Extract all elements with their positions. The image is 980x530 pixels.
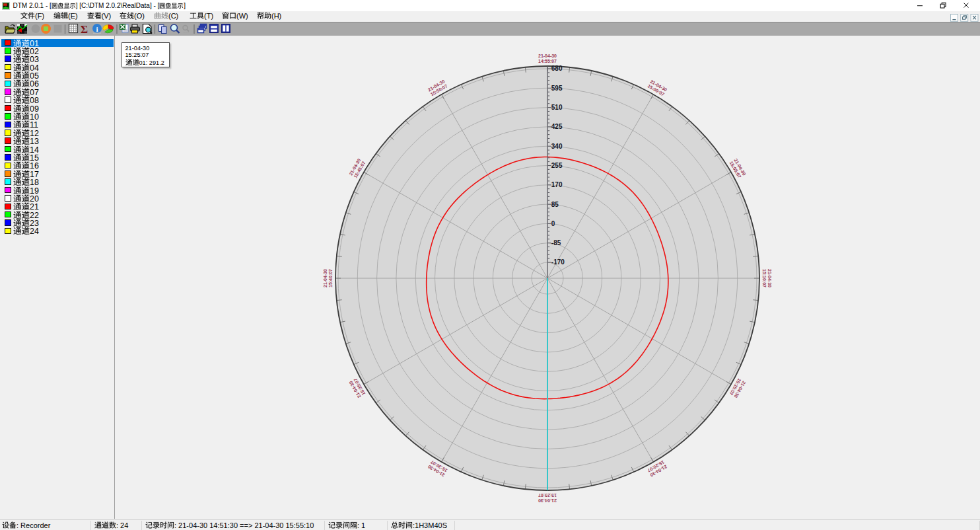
svg-text:85: 85	[551, 201, 559, 208]
svg-text:21-04-30: 21-04-30	[538, 54, 557, 58]
svg-text:255: 255	[551, 162, 563, 169]
svg-text:15:40:07: 15:40:07	[328, 269, 333, 287]
svg-text:14:55:07: 14:55:07	[538, 59, 557, 63]
svg-text:21-04-30: 21-04-30	[767, 269, 772, 287]
svg-text:340: 340	[551, 143, 563, 150]
svg-text:680: 680	[551, 65, 563, 72]
svg-text:170: 170	[551, 181, 563, 188]
svg-text:21-04-30: 21-04-30	[323, 269, 328, 287]
svg-text:21-04-30: 21-04-30	[538, 498, 557, 503]
svg-text:0: 0	[551, 220, 555, 227]
svg-text:15:10:07: 15:10:07	[762, 269, 767, 287]
svg-text:425: 425	[551, 123, 563, 130]
svg-text:-85: -85	[551, 239, 561, 246]
svg-text:510: 510	[551, 104, 563, 111]
svg-text:15:25:07: 15:25:07	[538, 493, 557, 498]
svg-text:595: 595	[551, 85, 563, 92]
svg-text:-170: -170	[551, 258, 565, 266]
